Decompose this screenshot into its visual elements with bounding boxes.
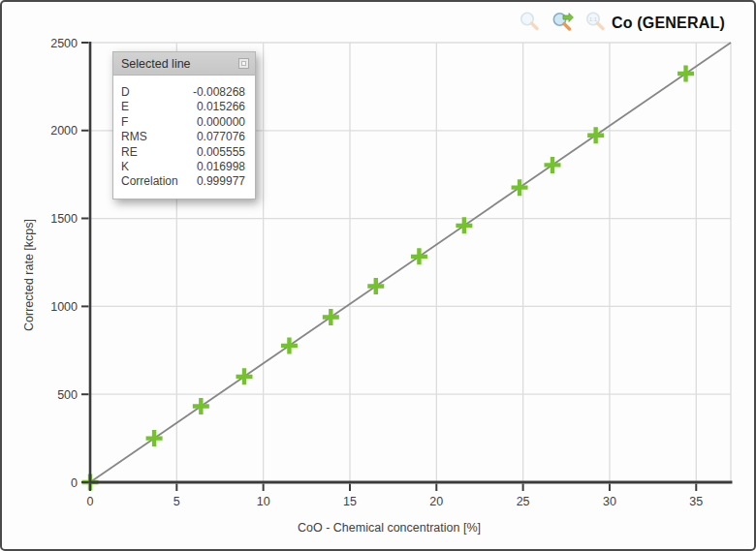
page-title: Co (GENERAL) [612,15,725,32]
selected-line-panel: Selected line D-0.008268 E0.015266 F0.00… [112,51,256,199]
stat-row-correlation: Correlation0.999977 [121,174,245,189]
selected-line-panel-header[interactable]: Selected line [113,52,255,76]
y-tick-label: 2000 [50,124,78,138]
x-tick-label: 0 [87,495,94,508]
zoom-one-to-one-magnifier-icon[interactable]: 1:1 [584,11,607,33]
y-tick-label: 2500 [50,37,78,50]
x-tick-label: 25 [517,495,530,508]
y-tick-label: 500 [57,388,78,402]
data-point-marker[interactable] [236,368,252,384]
x-tick-label: 35 [689,495,703,508]
calibration-window: 0510152025303505001000150020002500CoO - … [0,0,756,551]
data-point-marker[interactable] [677,65,694,81]
y-tick-label: 0 [71,476,78,490]
stat-row-re: RE0.005555 [121,145,245,160]
data-point-marker[interactable] [587,127,604,143]
x-tick-label: 20 [429,495,443,508]
y-tick-label: 1000 [50,300,78,314]
x-tick-label: 15 [343,495,357,508]
data-point-marker[interactable] [512,179,528,196]
panel-title: Selected line [121,57,191,71]
stat-row-f: F0.000000 [121,115,245,130]
data-point-marker[interactable] [146,430,163,446]
stat-row-d: D-0.008268 [121,85,245,100]
stat-row-k: K0.016998 [121,160,245,174]
data-point-marker[interactable] [456,217,472,233]
zoom-magnifier-icon[interactable] [519,11,541,33]
x-tick-label: 10 [257,495,270,508]
data-point-marker[interactable] [367,278,384,294]
zoom-selection-magnifier-icon[interactable] [551,11,574,33]
data-point-marker[interactable] [544,157,560,173]
svg-text:1:1: 1:1 [589,16,598,22]
stat-row-e: E0.015266 [121,100,245,114]
data-point-marker[interactable] [411,248,427,264]
zoom-toolbar: 1:1 [519,11,607,33]
y-tick-label: 1500 [50,212,78,226]
data-point-marker[interactable] [281,337,298,353]
float-window-icon[interactable] [238,58,249,69]
y-axis-title: Corrected rate [kcps] [22,219,36,331]
selected-line-stats: D-0.008268 E0.015266 F0.000000 RMS0.0770… [113,76,255,199]
x-tick-label: 30 [603,495,616,508]
x-axis-title: CoO - Chemical concentration [%] [298,521,481,535]
stat-row-rms: RMS0.077076 [121,130,245,144]
x-tick-label: 5 [173,495,180,508]
data-point-marker[interactable] [323,309,339,325]
data-point-marker[interactable] [193,398,209,414]
